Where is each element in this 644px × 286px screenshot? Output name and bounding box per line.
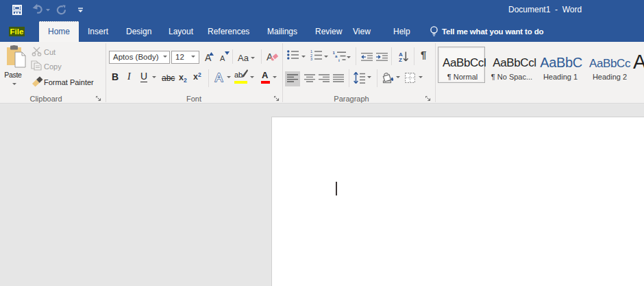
svg-text:a: a bbox=[335, 54, 338, 58]
svg-text:3: 3 bbox=[310, 57, 312, 60]
svg-text:Z: Z bbox=[399, 57, 402, 62]
svg-text:A: A bbox=[215, 71, 223, 83]
svg-text:i: i bbox=[338, 58, 340, 62]
